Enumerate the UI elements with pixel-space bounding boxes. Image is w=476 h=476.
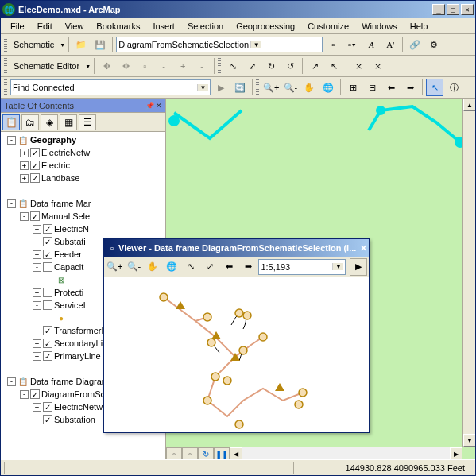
menu-selection[interactable]: Selection (181, 20, 230, 33)
tree-checkbox[interactable]: ✓ (43, 415, 52, 424)
viewer-globe-icon[interactable]: 🌐 (163, 258, 180, 276)
rotate-cw-icon[interactable]: ↻ (262, 57, 280, 75)
viewer-expand-in-icon[interactable]: ⤡ (182, 258, 199, 276)
tree-item[interactable]: +✓Electric (2, 159, 164, 172)
tree-checkbox[interactable]: ✓ (43, 224, 52, 234)
tree-checkbox[interactable]: ✓ (43, 250, 52, 259)
data-view-icon[interactable]: ▫ (166, 447, 182, 459)
tree-checkbox[interactable]: ✓ (43, 237, 52, 246)
toolbar-handle[interactable] (256, 79, 259, 95)
tree-expand-icon[interactable]: + (33, 403, 41, 412)
tree-expand-icon[interactable]: - (33, 301, 41, 310)
tree-checkbox[interactable]: ✓ (43, 326, 52, 335)
toc-close-icon[interactable]: ✕ (156, 102, 162, 110)
edge-icon[interactable]: - (155, 57, 172, 75)
zoom-rect-out-icon[interactable]: ⊟ (363, 79, 381, 96)
viewer-zoom-out-icon[interactable]: 🔍- (125, 258, 142, 276)
scroll-up-icon[interactable]: ▲ (463, 99, 475, 111)
tree-expand-icon[interactable]: + (33, 352, 41, 361)
box-down-icon[interactable]: ▫▼ (343, 36, 361, 53)
tree-expand-icon[interactable]: + (20, 149, 29, 157)
save-icon[interactable]: 💾 (91, 36, 109, 53)
toolbar-handle[interactable] (4, 37, 7, 52)
remove-icon[interactable]: - (193, 57, 211, 75)
box-icon[interactable]: ▫ (324, 36, 342, 53)
select-arrow-icon[interactable]: ↖ (426, 79, 443, 96)
toolbar-handle[interactable] (218, 58, 221, 74)
scroll-left-icon[interactable]: ◀ (230, 447, 242, 459)
tree-expand-icon[interactable]: + (33, 250, 41, 259)
hand-icon[interactable]: ✋ (300, 79, 318, 96)
find-combo[interactable]: Find Connected ▼ (10, 79, 211, 95)
tree-item[interactable]: +✓Landbase (2, 172, 164, 184)
menu-help[interactable]: Help (404, 20, 435, 33)
tree-expand-icon[interactable]: + (20, 174, 29, 183)
reverse-icon[interactable]: 🔄 (231, 79, 249, 96)
toolbar-handle[interactable] (4, 79, 7, 95)
viewer-pan-icon[interactable]: ✋ (144, 258, 161, 276)
globe-icon[interactable]: 🌐 (319, 79, 337, 96)
menu-customize[interactable]: Customize (301, 20, 355, 33)
label-icon[interactable]: A (362, 36, 380, 53)
tree-item[interactable]: +✓ElectricN (2, 223, 164, 235)
tree-expand-icon[interactable]: - (7, 377, 16, 386)
list-options-icon[interactable]: ☰ (79, 114, 96, 130)
gear-icon[interactable]: ⚙ (425, 36, 443, 53)
viewer-close-button[interactable]: ✕ (360, 243, 367, 253)
node-icon[interactable]: ▫ (136, 57, 153, 75)
collapse-out-icon[interactable]: ⤬ (369, 57, 386, 75)
layout-view-icon[interactable]: ▫ (182, 447, 198, 459)
list-by-visibility-icon[interactable]: ◈ (41, 114, 58, 130)
tree-expand-icon[interactable]: + (33, 339, 41, 348)
map-vertical-scrollbar[interactable]: ▲ ▼ (462, 99, 475, 447)
tree-item[interactable] (2, 184, 164, 197)
tree-expand-icon[interactable]: + (33, 238, 41, 246)
tree-checkbox[interactable]: ✓ (30, 389, 40, 399)
tree-checkbox[interactable]: ✓ (30, 211, 40, 221)
expand-nw-icon[interactable]: ⤢ (243, 57, 261, 75)
menu-view[interactable]: View (59, 20, 91, 33)
menu-file[interactable]: File (4, 20, 31, 33)
tree-expand-icon[interactable]: + (33, 416, 41, 424)
add-icon[interactable]: + (174, 57, 192, 75)
out-ne-icon[interactable]: ↗ (306, 57, 323, 75)
rotate-ccw-icon[interactable]: ↺ (281, 57, 299, 75)
collapse-in-icon[interactable]: ⤫ (350, 57, 367, 75)
schematic-dropdown[interactable]: ▼ (59, 42, 65, 48)
forward-icon[interactable]: ➡ (401, 79, 419, 96)
expand-ne-icon[interactable]: ⤡ (224, 57, 242, 75)
viewer-back-icon[interactable]: ⬅ (220, 258, 238, 276)
identify-icon[interactable]: ⓘ (445, 79, 462, 96)
tree-checkbox[interactable]: ✓ (43, 351, 52, 361)
move-icon[interactable]: ✥ (98, 57, 115, 75)
link-icon[interactable]: 🔗 (406, 36, 424, 53)
zoom-rect-in-icon[interactable]: ⊞ (344, 79, 362, 96)
viewer-expand-out-icon[interactable]: ⤢ (201, 258, 219, 276)
back-icon[interactable]: ⬅ (382, 79, 400, 96)
menu-geoprocessing[interactable]: Geoprocessing (230, 20, 301, 33)
tree-checkbox[interactable]: ✓ (43, 402, 52, 412)
viewer-scale-combo[interactable]: 1:5,193 ▼ (258, 259, 346, 275)
editor-dropdown[interactable]: ▼ (84, 64, 91, 69)
chevron-down-icon[interactable]: ▼ (197, 84, 208, 91)
pan-icon[interactable]: ✥ (117, 57, 134, 75)
close-button[interactable]: ✕ (461, 4, 474, 15)
menu-edit[interactable]: Edit (31, 20, 59, 33)
viewer-canvas[interactable] (104, 277, 369, 432)
viewer-more-icon[interactable]: ▶ (350, 258, 367, 276)
scroll-down-icon[interactable]: ▼ (463, 434, 475, 447)
tree-checkbox[interactable]: ✓ (43, 339, 52, 348)
maximize-button[interactable]: □ (447, 4, 459, 15)
play-icon[interactable]: ▶ (212, 79, 230, 96)
menu-bookmarks[interactable]: Bookmarks (90, 20, 146, 33)
tree-expand-icon[interactable]: - (7, 136, 16, 145)
tree-checkbox[interactable]: ✓ (30, 173, 40, 183)
tree-checkbox[interactable]: ✓ (30, 148, 40, 157)
menu-windows[interactable]: Windows (355, 20, 404, 33)
tree-expand-icon[interactable]: + (33, 288, 41, 297)
menu-insert[interactable]: Insert (146, 20, 181, 33)
tree-item[interactable]: -✓Manual Sele (2, 210, 164, 223)
viewer-window[interactable]: ▫ Viewer - Data frame DiagramFromSchemat… (103, 238, 370, 433)
tree-expand-icon[interactable]: - (7, 199, 16, 208)
list-by-selection-icon[interactable]: ▦ (60, 114, 77, 130)
